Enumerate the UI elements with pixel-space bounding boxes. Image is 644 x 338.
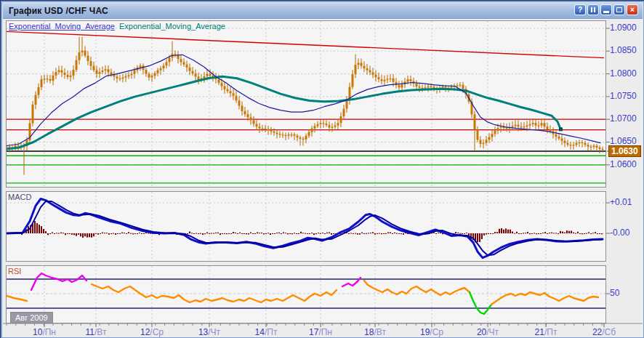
price-axis-label: 1.0850 [610,45,637,55]
macd-panel[interactable] [6,191,606,262]
macd-axis-label: -0.00 [610,228,629,238]
help-icon: ? [578,7,582,14]
ema-label-2: Exponential_Moving_Average [119,22,225,31]
indicator-header: Exponential_Moving_AverageExponential_Mo… [9,22,225,31]
date-axis-label: 14/Пт [255,327,278,337]
ema-label-1: Exponential_Moving_Average [9,22,115,31]
help-button[interactable]: ? [574,4,586,15]
price-axis-label: 1.0750 [610,91,637,101]
rsi-panel[interactable] [6,265,606,323]
minimize-button[interactable] [600,4,612,15]
date-axis-label: 18/Вт [364,327,386,337]
price-axis-label: 1.0700 [610,113,637,124]
date-axis-label: 19/Ср [420,327,443,337]
date-axis-label: 12/Ср [140,327,164,337]
window-buttons: ? × [574,4,638,15]
current-price-badge: 1.0630 [608,145,641,157]
price-chart-panel[interactable] [6,20,606,188]
window-title: График USD /CHF ЧАС [9,6,108,16]
date-axis-label: 22/Сб [592,327,616,337]
close-icon: × [630,7,635,14]
rsi-axis-label: 50 [610,288,619,298]
macd-label: MACD [8,193,31,201]
date-axis-label: 17/Пн [309,327,332,337]
date-axis-label: 20/Чт [477,327,499,337]
minimize-icon [603,11,609,13]
date-axis-label: 13/Чт [198,327,220,337]
month-badge: Авг 2009 [10,312,53,323]
title-bar[interactable]: График USD /CHF ЧАС ? × [3,3,643,19]
price-axis[interactable] [606,20,643,323]
close-button[interactable]: × [627,4,638,15]
maximize-icon [616,7,622,12]
date-axis-label: 21/Пт [535,327,558,337]
rsi-label: RSI [8,267,21,275]
macd-axis-label: +0.01 [610,197,632,207]
price-axis-label: 1.0800 [610,68,637,79]
chart-window: График USD /CHF ЧАС ? × Exponential_Movi… [0,0,644,338]
date-axis-label: 11/Вт [86,327,107,337]
price-axis-label: 1.0600 [610,159,637,169]
date-axis-label: 10/Пн [33,327,56,337]
pause-button[interactable] [587,4,599,15]
maximize-button[interactable] [613,4,625,15]
pause-icon [591,7,595,12]
price-axis-label: 1.0900 [610,23,637,33]
